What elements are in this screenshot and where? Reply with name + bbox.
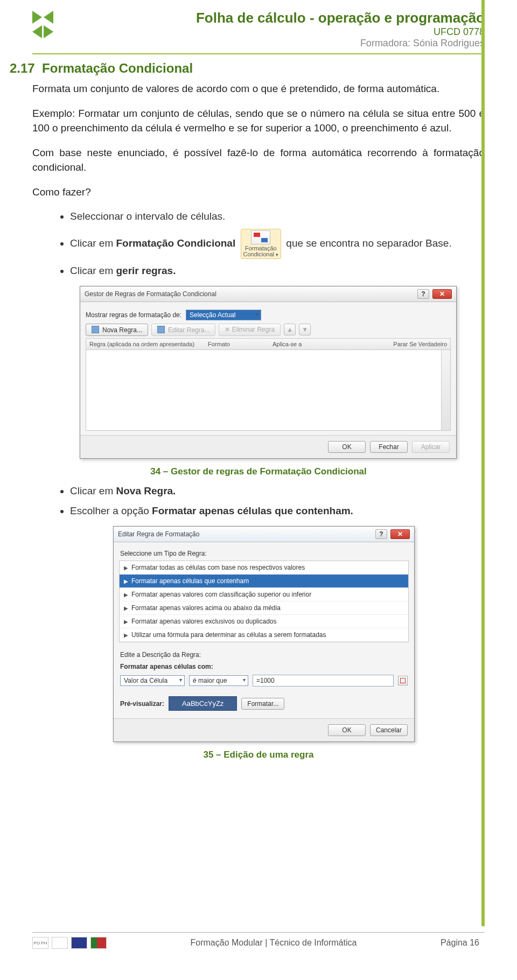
bullet-format-cells-contain: Escolher a opção Formatar apenas células… [70,503,485,519]
close-button-2[interactable]: ✕ [390,529,410,539]
new-rule-button[interactable]: Nova Regra... [86,324,148,336]
paragraph-example: Exemplo: Formatar um conjunto de células… [32,106,485,136]
bullet-new-rule: Clicar em Nova Regra. [70,484,485,499]
right-accent-bar [481,0,485,926]
rule-type-item: ▶Formatar apenas valores exclusivos ou d… [120,615,408,628]
preview-label: Pré-visualizar: [120,700,164,708]
bullet-click-cond-format: Clicar em Formatação Condicional Formata… [70,229,485,259]
bullet-manage-rules: Clicar em gerir regras. [70,263,485,279]
footer-logo-pt [90,937,107,949]
close-button[interactable]: ✕ [432,289,452,299]
figure-caption-35: 35 – Edição de uma regra [32,750,485,760]
value-field[interactable]: =1000 [253,675,394,687]
rules-manager-dialog: Gestor de Regras de Formatação Condicion… [80,286,457,459]
paragraph-intro: Formata um conjunto de valores de acordo… [32,81,485,96]
paragraph-note: Com base neste enunciado, é possível faz… [32,145,485,175]
footer-logo-eu [71,937,87,949]
rule-type-item: ▶Formatar apenas valores com classificaç… [120,588,408,601]
dialog-title: Gestor de Regras de Formatação Condicion… [85,290,417,298]
doc-code: UFCD 0778 [69,26,485,38]
help-button-2[interactable]: ? [375,529,387,539]
bullet-select-range: Seleccionar o intervalo de células. [70,209,485,225]
edit-rule-button[interactable]: Editar Regra... [151,324,215,336]
format-only-label: Formatar apenas células com: [119,660,409,671]
operator-combo[interactable]: é maior que [189,675,248,686]
rule-type-item: ▶Formatar apenas valores acima ou abaixo… [120,601,408,615]
edit-rule-dialog: Editar Regra de Formatação ? ✕ Seleccion… [113,526,415,742]
rule-type-list[interactable]: ▶Formatar todas as células com base nos … [119,561,409,642]
delete-rule-button[interactable]: ✕ Eliminar Regra [219,324,281,336]
section-heading: 2.17 Formatação Condicional [10,61,485,76]
brand-logo [32,10,61,39]
footer-center-text: Formação Modular | Técnico de Informátic… [107,938,441,948]
figure-caption-34: 34 – Gestor de regras de Formatação Cond… [32,466,485,477]
footer-logo-qren [52,937,68,949]
page-footer: PO PH Formação Modular | Técnico de Info… [32,932,485,949]
select-rule-type-label: Seleccione um Tipo de Regra: [119,547,409,558]
show-rules-label: Mostrar regras de formatação de: [86,311,181,319]
rule-type-item-selected: ▶Formatar apenas células que contenham [120,575,408,588]
rules-grid-header: Regra (aplicada na ordem apresentada) Fo… [86,338,451,350]
ok-button[interactable]: OK [328,441,366,453]
format-button[interactable]: Formatar... [241,698,284,710]
paragraph-howto: Como fazer? [32,185,485,200]
footer-page-number: Página 16 [441,938,485,948]
show-rules-combo[interactable]: Selecção Actual [186,310,261,320]
range-picker-icon[interactable] [398,676,408,685]
cancel-button[interactable]: Cancelar [370,724,408,736]
rules-grid-body [86,350,451,431]
rule-type-item: ▶Utilizar uma fórmula para determinar as… [120,628,408,642]
close-button-footer[interactable]: Fechar [370,441,408,453]
dialog2-title: Editar Regra de Formatação [118,530,375,538]
footer-logo-poph: PO PH [32,937,48,949]
cell-value-combo[interactable]: Valor da Célula [120,675,185,686]
help-button[interactable]: ? [417,289,429,299]
apply-button[interactable]: Aplicar [412,441,450,453]
preview-sample: AaBbCcYyZz [169,696,237,711]
edit-desc-label: Edite a Descrição da Regra: [119,648,409,660]
conditional-format-ribbon-icon: Formatação Condicional ▾ [241,229,282,259]
rule-type-item: ▶Formatar todas as células com base nos … [120,561,408,575]
move-down-button[interactable]: ▼ [299,324,311,335]
doc-author: Formadora: Sónia Rodrigues [69,38,485,49]
doc-title: Folha de cálculo - operação e programaçã… [69,10,485,26]
ok-button-2[interactable]: OK [328,724,366,736]
move-up-button[interactable]: ▲ [284,324,296,335]
page-header: Folha de cálculo - operação e programaçã… [32,10,485,54]
